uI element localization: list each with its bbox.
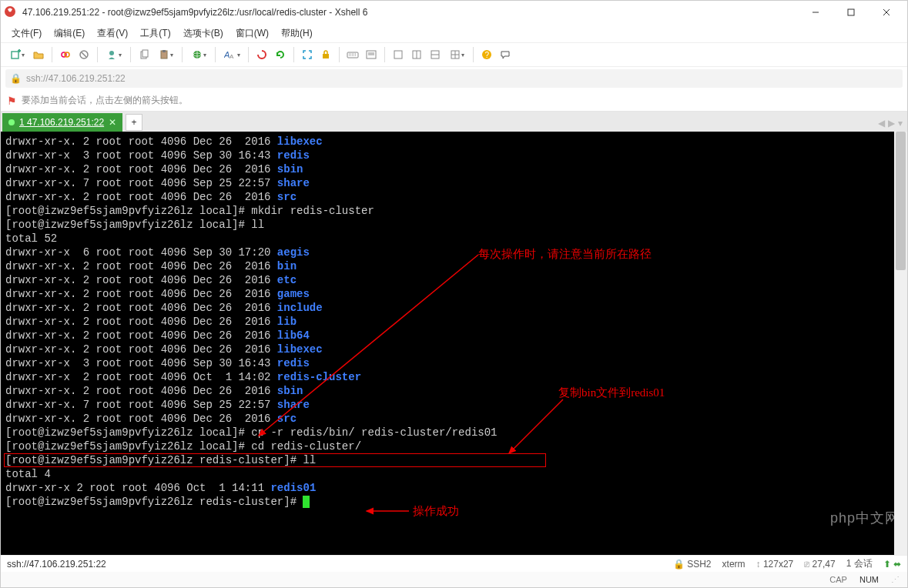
tab-prev-icon[interactable]: ◀ — [878, 118, 885, 129]
tab-menu-icon[interactable]: ▾ — [898, 118, 903, 129]
menu-tools[interactable]: 工具(T) — [136, 25, 175, 42]
svg-line-11 — [82, 52, 86, 57]
lock-small-icon: 🔒 — [10, 73, 22, 84]
addressbar: 🔒 ssh://47.106.219.251:22 — [1, 67, 907, 90]
address-input[interactable]: 🔒 ssh://47.106.219.251:22 — [5, 69, 903, 88]
comment-icon[interactable] — [497, 46, 514, 63]
svg-rect-29 — [394, 51, 402, 58]
tabbar: 1 47.106.219.251:22 ✕ + ◀ ▶ ▾ — [1, 112, 907, 132]
window-title: 47.106.219.251:22 - root@izwz9ef5sjam9pv… — [22, 7, 798, 18]
tab-close-icon[interactable]: ✕ — [109, 117, 116, 128]
status-size: ↕ 127x27 — [756, 559, 794, 570]
maximize-button[interactable] — [833, 1, 869, 24]
swirl-icon[interactable] — [253, 46, 270, 63]
tab-label: 1 47.106.219.251:22 — [19, 117, 104, 128]
status-num: NUM — [859, 575, 879, 584]
tip-text: 要添加当前会话，点击左侧的箭头按钮。 — [22, 94, 188, 107]
reconnect-icon[interactable] — [57, 46, 74, 63]
status-connection: ssh://47.106.219.251:22 — [7, 559, 106, 570]
status-link-icon: ⬆ ⬌ — [883, 559, 901, 570]
scrollbar-thumb[interactable] — [896, 132, 906, 270]
lock-icon[interactable] — [317, 46, 334, 63]
menu-edit[interactable]: 编辑(E) — [49, 25, 89, 42]
status-dot-icon — [8, 119, 15, 125]
copy-icon[interactable] — [136, 46, 152, 63]
menu-view[interactable]: 查看(V) — [92, 25, 132, 42]
flag-icon: ⚑ — [7, 95, 17, 107]
status-pos: ⎚ 27,47 — [804, 559, 835, 570]
menu-tabs[interactable]: 选项卡(B) — [179, 25, 228, 42]
svg-rect-16 — [163, 50, 166, 52]
close-button[interactable] — [869, 1, 904, 24]
terminal-wrap: drwxr-xr-x. 2 root root 4096 Dec 26 2016… — [1, 132, 907, 555]
svg-point-12 — [109, 51, 114, 55]
script-icon[interactable] — [363, 46, 380, 63]
layout3-icon[interactable] — [427, 46, 444, 63]
svg-rect-5 — [12, 52, 18, 58]
fullscreen-icon[interactable] — [299, 46, 316, 63]
tab-nav: ◀ ▶ ▾ — [878, 118, 903, 129]
tipbar: ⚑ 要添加当前会话，点击左侧的箭头按钮。 — [1, 90, 907, 112]
svg-rect-14 — [142, 50, 148, 57]
layout4-icon[interactable]: ▾ — [445, 46, 468, 63]
address-text: ssh://47.106.219.251:22 — [26, 73, 126, 84]
menu-help[interactable]: 帮助(H) — [276, 25, 317, 42]
menubar: 文件(F) 编辑(E) 查看(V) 工具(T) 选项卡(B) 窗口(W) 帮助(… — [1, 24, 907, 42]
layout2-icon[interactable] — [408, 46, 425, 63]
titlebar: 47.106.219.251:22 - root@izwz9ef5sjam9pv… — [1, 1, 907, 24]
new-tab-button[interactable]: + — [126, 114, 142, 131]
svg-text:A: A — [230, 53, 234, 60]
svg-text:?: ? — [485, 51, 490, 59]
layout1-icon[interactable] — [390, 46, 407, 63]
svg-point-9 — [65, 52, 69, 57]
menu-window[interactable]: 窗口(W) — [231, 25, 273, 42]
refresh-icon[interactable] — [272, 46, 289, 63]
terminal[interactable]: drwxr-xr-x. 2 root root 4096 Dec 26 2016… — [1, 132, 894, 555]
session-tab[interactable]: 1 47.106.219.251:22 ✕ — [2, 113, 122, 132]
minimize-button[interactable] — [798, 1, 833, 24]
keyboard-icon[interactable] — [344, 46, 361, 63]
status-sessions: 1 会话 — [846, 557, 873, 570]
status-ssh: 🔒 SSH2 — [673, 559, 712, 570]
font-icon[interactable]: AA▾ — [220, 46, 243, 63]
disconnect-icon[interactable] — [75, 46, 92, 63]
open-icon[interactable] — [30, 46, 47, 63]
status-cap: CAP — [829, 575, 847, 584]
globe-icon[interactable]: ▾ — [187, 46, 210, 63]
svg-rect-22 — [323, 54, 329, 58]
status-grip-icon: ⋰ — [891, 575, 900, 585]
menu-file[interactable]: 文件(F) — [7, 25, 46, 42]
profile-icon[interactable]: ▾ — [102, 46, 126, 63]
toolbar: ▾ ▾ ▾ ▾ AA▾ ▾ ? — [1, 42, 907, 67]
help-icon[interactable]: ? — [478, 46, 495, 63]
svg-rect-2 — [848, 9, 854, 15]
paste-icon[interactable]: ▾ — [154, 46, 177, 63]
scrollbar[interactable] — [894, 132, 907, 555]
new-session-icon[interactable]: ▾ — [5, 46, 28, 63]
app-icon — [4, 5, 16, 20]
statusbar: ssh://47.106.219.251:22 🔒 SSH2 xterm ↕ 1… — [1, 555, 907, 572]
statusbar-indicators: CAP NUM ⋰ — [1, 572, 907, 587]
status-term: xterm — [722, 559, 745, 570]
tab-next-icon[interactable]: ▶ — [888, 118, 895, 129]
